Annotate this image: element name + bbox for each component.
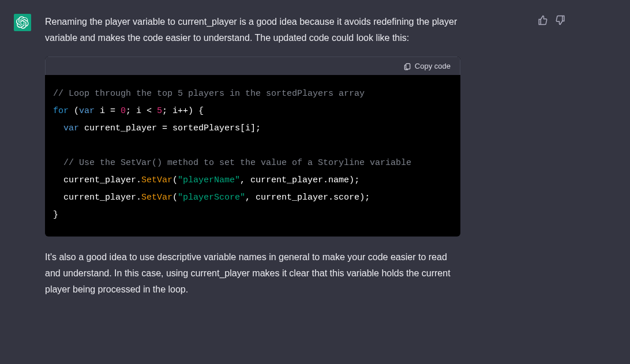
message-content: Renaming the player variable to current_… — [45, 14, 518, 308]
openai-logo-icon — [16, 16, 29, 29]
assistant-message: Renaming the player variable to current_… — [0, 0, 630, 322]
svg-rect-0 — [406, 63, 410, 69]
message-actions — [537, 14, 567, 27]
outro-paragraph: It's also a good idea to use descriptive… — [45, 249, 460, 298]
avatar — [14, 14, 31, 31]
thumbs-up-button[interactable] — [537, 14, 549, 27]
code-block-header: Copy code — [45, 57, 460, 75]
thumbs-down-button[interactable] — [554, 14, 567, 27]
copy-code-button[interactable]: Copy code — [403, 62, 451, 70]
intro-paragraph: Renaming the player variable to current_… — [45, 14, 460, 46]
copy-code-label: Copy code — [415, 62, 451, 70]
code-content: // Loop through the top 5 players in the… — [53, 89, 411, 220]
code-pre: // Loop through the top 5 players in the… — [45, 75, 460, 237]
thumbs-down-icon — [555, 15, 565, 25]
clipboard-icon — [403, 62, 411, 70]
thumbs-up-icon — [538, 15, 548, 25]
code-block: Copy code // Loop through the top 5 play… — [45, 57, 460, 237]
